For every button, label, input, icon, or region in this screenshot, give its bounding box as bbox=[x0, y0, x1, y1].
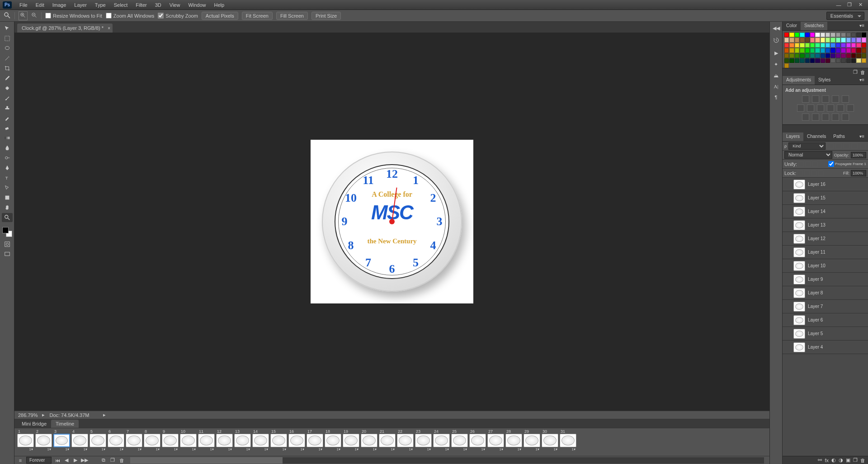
visibility-icon[interactable] bbox=[784, 236, 791, 242]
path-select-tool[interactable] bbox=[2, 183, 13, 192]
swatch[interactable] bbox=[851, 48, 856, 52]
swatch[interactable] bbox=[836, 48, 840, 52]
swatch[interactable] bbox=[784, 33, 789, 37]
swatch[interactable] bbox=[815, 48, 820, 52]
stamp-tool[interactable] bbox=[2, 104, 13, 113]
swatch[interactable] bbox=[826, 48, 830, 52]
layer-row[interactable]: Layer 8 bbox=[783, 286, 868, 300]
opacity-value[interactable]: 100% bbox=[851, 152, 866, 158]
zoom-tool[interactable] bbox=[2, 213, 13, 222]
swatch[interactable] bbox=[821, 58, 825, 63]
swatch[interactable] bbox=[862, 33, 866, 37]
expand-icon[interactable]: ◀◀ bbox=[773, 25, 780, 31]
swatch[interactable] bbox=[800, 58, 804, 63]
info-panel-icon[interactable]: ⛰ bbox=[774, 73, 778, 78]
visibility-icon[interactable] bbox=[784, 208, 791, 215]
swatch[interactable] bbox=[830, 33, 835, 37]
swatch[interactable] bbox=[862, 48, 866, 52]
swatch[interactable] bbox=[810, 58, 815, 63]
swatch[interactable] bbox=[805, 38, 810, 42]
visibility-icon[interactable] bbox=[784, 195, 791, 201]
frame-21[interactable]: 211▾ bbox=[379, 429, 396, 451]
lock-pos-icon[interactable] bbox=[811, 170, 816, 176]
visibility-icon[interactable] bbox=[784, 276, 791, 283]
swatch[interactable] bbox=[815, 38, 820, 42]
layer-row[interactable]: Layer 15 bbox=[783, 191, 868, 205]
visibility-icon[interactable] bbox=[784, 303, 791, 310]
zoom-all-checkbox[interactable]: Zoom All Windows bbox=[106, 13, 154, 19]
swatch[interactable] bbox=[810, 53, 815, 58]
unify-style-icon[interactable] bbox=[812, 161, 817, 167]
balance-icon[interactable] bbox=[807, 104, 814, 112]
swatch[interactable] bbox=[784, 58, 789, 63]
swatch[interactable] bbox=[789, 48, 794, 52]
delete-layer-icon[interactable]: 🗑 bbox=[860, 458, 865, 463]
swatch[interactable] bbox=[784, 53, 789, 58]
swatch[interactable] bbox=[810, 48, 815, 52]
menu-help[interactable]: Help bbox=[210, 0, 229, 10]
prev-frame-icon[interactable]: ◀ bbox=[63, 457, 70, 464]
swatch[interactable] bbox=[800, 33, 804, 37]
new-swatch-icon[interactable]: ❐ bbox=[853, 69, 858, 75]
frame-9[interactable]: 91▾ bbox=[162, 429, 179, 451]
frame-22[interactable]: 221▾ bbox=[397, 429, 414, 451]
swatch[interactable] bbox=[800, 43, 804, 47]
menu-layer[interactable]: Layer bbox=[70, 0, 91, 10]
frame-5[interactable]: 51▾ bbox=[90, 429, 106, 451]
swatch[interactable] bbox=[856, 38, 861, 42]
swatch[interactable] bbox=[805, 58, 810, 63]
swatch[interactable] bbox=[826, 33, 830, 37]
brightness-icon[interactable] bbox=[802, 95, 809, 103]
swatch[interactable] bbox=[841, 33, 845, 37]
window-close-icon[interactable]: ✕ bbox=[855, 1, 865, 9]
swatch[interactable] bbox=[846, 38, 851, 42]
swatch[interactable] bbox=[841, 48, 845, 52]
swatch[interactable] bbox=[826, 38, 830, 42]
menu-edit[interactable]: Edit bbox=[32, 0, 48, 10]
tween-icon[interactable]: ⧉ bbox=[100, 457, 107, 464]
frame-19[interactable]: 191▾ bbox=[343, 429, 359, 451]
quick-mask-icon[interactable] bbox=[2, 240, 13, 249]
window-restore-icon[interactable]: ❐ bbox=[844, 1, 854, 9]
zoom-in-icon[interactable] bbox=[19, 11, 28, 20]
zoom-out-icon[interactable] bbox=[31, 12, 38, 19]
resize-windows-checkbox[interactable]: Resize Windows to Fit bbox=[45, 13, 102, 19]
scrubby-zoom-checkbox[interactable]: Scrubby Zoom bbox=[158, 13, 198, 19]
frame-31[interactable]: 311▾ bbox=[560, 429, 576, 451]
screen-mode-icon[interactable] bbox=[2, 250, 13, 259]
posterize-icon[interactable] bbox=[812, 114, 819, 121]
close-tab-icon[interactable]: × bbox=[108, 26, 110, 31]
panel-menu-icon[interactable]: ▾≡ bbox=[856, 76, 868, 85]
swatch[interactable] bbox=[826, 53, 830, 58]
swatch[interactable] bbox=[856, 53, 861, 58]
frame-17[interactable]: 171▾ bbox=[307, 429, 323, 451]
mixer-icon[interactable] bbox=[837, 104, 844, 112]
swatch[interactable] bbox=[836, 43, 840, 47]
loop-select[interactable]: Forever bbox=[26, 457, 52, 464]
visibility-icon[interactable] bbox=[784, 249, 791, 256]
color-swatch[interactable] bbox=[2, 227, 12, 237]
menu-type[interactable]: Type bbox=[91, 0, 110, 10]
panel-menu-icon[interactable]: ▾≡ bbox=[856, 22, 868, 30]
swatch[interactable] bbox=[830, 48, 835, 52]
pen-tool[interactable] bbox=[2, 163, 13, 172]
group-icon[interactable]: ▣ bbox=[846, 457, 850, 463]
fit-screen-button[interactable]: Fit Screen bbox=[242, 12, 273, 20]
tab-paths[interactable]: Paths bbox=[830, 133, 849, 141]
duplicate-frame-icon[interactable]: ❐ bbox=[109, 457, 116, 464]
frame-3[interactable]: 31▾ bbox=[53, 429, 70, 451]
filter-shape-icon[interactable] bbox=[852, 143, 858, 149]
actual-pixels-button[interactable]: Actual Pixels bbox=[202, 12, 238, 20]
threshold-icon[interactable] bbox=[822, 114, 829, 121]
swatch[interactable] bbox=[805, 43, 810, 47]
visibility-icon[interactable] bbox=[784, 181, 791, 188]
shape-tool[interactable] bbox=[2, 193, 13, 202]
frame-23[interactable]: 231▾ bbox=[415, 429, 432, 451]
swatch[interactable] bbox=[830, 58, 835, 63]
swatch[interactable] bbox=[826, 43, 830, 47]
swatch[interactable] bbox=[862, 53, 866, 58]
swatch[interactable] bbox=[851, 58, 856, 63]
swatch[interactable] bbox=[795, 43, 799, 47]
swatch[interactable] bbox=[789, 53, 794, 58]
frame-2[interactable]: 21▾ bbox=[35, 429, 52, 451]
